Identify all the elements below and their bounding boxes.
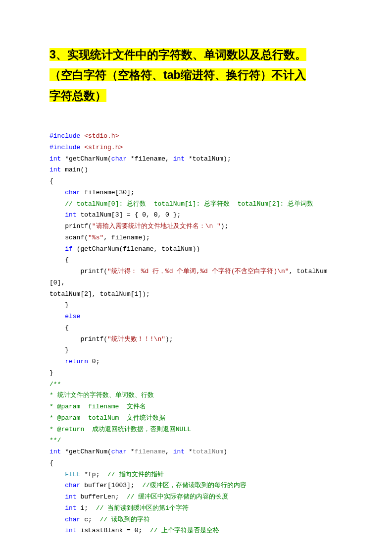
type-char: char xyxy=(65,516,80,523)
type-int: int xyxy=(49,448,61,455)
type-int: int xyxy=(49,155,61,163)
doc-comment: * @param filename 文件名 xyxy=(49,403,146,410)
call: printf( xyxy=(49,335,107,343)
param: *totalNum); xyxy=(185,155,231,163)
brace: { xyxy=(49,324,69,332)
param: totalNum xyxy=(193,448,223,455)
call: printf( xyxy=(49,222,92,230)
doc-comment: * 统计文件的字符数、单词数、行数 xyxy=(49,391,154,399)
keyword-if: if xyxy=(65,245,73,253)
param: filename xyxy=(135,448,165,455)
comment: // 缓冲区中实际存储的内容的长度 xyxy=(127,493,228,500)
keyword-else: else xyxy=(65,313,80,320)
type-int: int xyxy=(65,504,76,512)
type-char: char xyxy=(65,189,80,196)
func-def: *getCharNum( xyxy=(61,448,111,455)
include-directive: #include xyxy=(49,132,80,140)
doc-comment: /** xyxy=(49,381,61,388)
brace: { xyxy=(49,256,69,264)
doc-comment: * @return 成功返回统计数据，否则返回NULL xyxy=(49,426,191,433)
type-int: int xyxy=(65,211,76,219)
string: "统计失败！！!\n" xyxy=(107,335,165,343)
brace: { xyxy=(49,177,53,185)
var-decl: totalNum[3] = { 0, 0, 0 }; xyxy=(77,211,181,219)
comment: // 读取到的字符 xyxy=(99,516,149,523)
comment: //缓冲区，存储读取到的每行的内容 xyxy=(142,482,246,489)
type-int: int xyxy=(173,155,185,163)
brace: } xyxy=(49,369,53,377)
title-line-3: 字符总数） xyxy=(49,89,106,102)
doc-comment: **/ xyxy=(49,437,61,444)
title-line-2: （空白字符（空格符、tab缩进符、换行符）不计入 xyxy=(49,68,306,81)
comment: // 指向文件的指针 xyxy=(107,471,164,478)
document-title: 3、实现统计文件中的字符数、单词数以及总行数。 （空白字符（空格符、tab缩进符… xyxy=(49,45,343,106)
brace: { xyxy=(49,459,53,467)
func-decl: *getCharNum( xyxy=(61,155,111,163)
string: "请输入需要统计的文件地址及文件名：\n " xyxy=(92,222,221,230)
type-int: int xyxy=(65,493,76,500)
title-line-1: 3、实现统计文件中的字符数、单词数以及总行数。 xyxy=(49,48,306,61)
type-char: char xyxy=(111,155,127,163)
header-stdio: <stdio.h> xyxy=(80,132,119,140)
type-int: int xyxy=(65,527,76,534)
doc-comment: * @param totalNum 文件统计数据 xyxy=(49,414,165,422)
brace: } xyxy=(49,346,69,354)
param: *filename, xyxy=(127,155,173,163)
call: scanf( xyxy=(49,234,88,241)
func-main: main() xyxy=(61,166,88,173)
brace: } xyxy=(49,301,69,309)
comment: // 当前读到缓冲区的第i个字符 xyxy=(96,504,189,512)
string: "%s" xyxy=(88,234,103,241)
include-directive: #include xyxy=(49,144,80,151)
type-char: char xyxy=(65,482,80,489)
type-char: char xyxy=(111,448,127,455)
comment: // 上个字符是否是空格 xyxy=(150,527,219,534)
document-page: 3、实现统计文件中的字符数、单词数以及总行数。 （空白字符（空格符、tab缩进符… xyxy=(0,0,392,555)
header-string: <string.h> xyxy=(80,144,123,151)
type-file: FILE xyxy=(65,471,80,478)
comment: // totalNum[0]: 总行数 totalNum[1]: 总字符数 to… xyxy=(65,200,313,208)
code-block: #include <stdio.h> #include <string.h> i… xyxy=(49,131,343,537)
type-int: int xyxy=(173,448,185,455)
call: printf( xyxy=(49,268,107,275)
type-int: int xyxy=(49,166,61,173)
var-decl: filename[30]; xyxy=(80,189,134,196)
string: "统计得： %d 行，%d 个单词,%d 个字符(不含空白字符)\n" xyxy=(107,268,289,275)
keyword-return: return xyxy=(65,358,88,365)
